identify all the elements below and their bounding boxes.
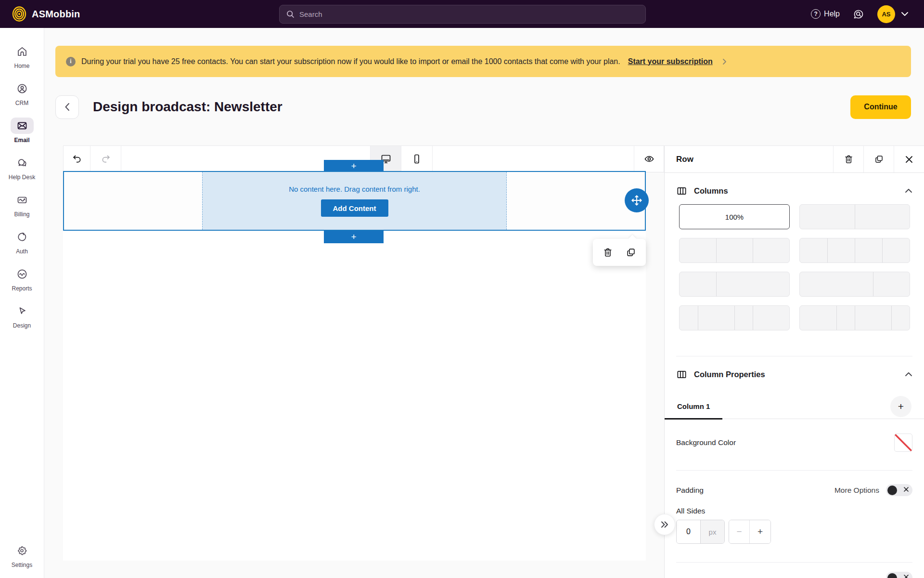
layout-cell	[800, 205, 855, 229]
background-color-label: Background Color	[676, 438, 736, 447]
feedback-chat-icon[interactable]	[852, 8, 865, 20]
empty-column-text: No content here. Drag content from right…	[289, 185, 420, 193]
start-subscription-link[interactable]: Start your subscription	[628, 57, 713, 66]
preview-eye-button[interactable]	[634, 146, 664, 172]
row-column-drop-zone[interactable]: No content here. Drag content from right…	[202, 172, 507, 230]
email-icon	[11, 118, 34, 134]
column-layout-option[interactable]	[679, 238, 790, 263]
sidebar-item-help-desk[interactable]: Help Desk	[0, 155, 44, 181]
undo-button[interactable]	[64, 146, 90, 172]
increment-button[interactable]: +	[750, 520, 770, 543]
sidebar-item-billing[interactable]: Billing	[0, 192, 44, 218]
column-properties-header[interactable]: Column Properties	[665, 367, 924, 381]
toggle-knob	[887, 573, 897, 578]
billing-icon	[13, 192, 32, 208]
column-properties-title: Column Properties	[694, 370, 765, 379]
columns-section-title: Columns	[694, 186, 728, 196]
columns-section-header[interactable]: Columns	[665, 184, 924, 198]
back-button[interactable]	[55, 95, 79, 119]
help-icon: ?	[811, 9, 821, 19]
padding-stepper: 0 px − +	[665, 520, 924, 544]
avatar[interactable]: AS	[877, 5, 895, 23]
account-chevron-down-icon[interactable]	[901, 12, 909, 16]
row-drag-handle[interactable]	[625, 188, 649, 212]
selected-row[interactable]: No content here. Drag content from right…	[63, 171, 646, 231]
add-content-button[interactable]: Add Content	[321, 199, 388, 217]
tab-column-1[interactable]: Column 1	[676, 394, 711, 419]
column-tabs: Column 1 +	[665, 394, 924, 419]
sidebar-item-label: Settings	[12, 562, 32, 568]
sidebar-item-home[interactable]: Home	[0, 43, 44, 69]
redo-button[interactable]	[90, 146, 121, 172]
main-area: i During your trial you have 25 free con…	[44, 28, 924, 578]
sidebar-item-label: Home	[14, 63, 29, 69]
padding-label: Padding	[676, 486, 704, 495]
row-column-right[interactable]	[507, 172, 645, 230]
column-layout-option[interactable]	[679, 305, 790, 330]
column-layout-option[interactable]	[799, 272, 910, 297]
clear-icon	[903, 574, 909, 578]
auth-icon	[13, 229, 32, 245]
layout-option-label: 100%	[725, 213, 744, 221]
delete-row-button[interactable]	[833, 146, 863, 172]
continue-button[interactable]: Continue	[850, 95, 911, 119]
chevron-up-icon[interactable]	[905, 188, 912, 193]
layout-cell	[855, 238, 882, 263]
layout-cell	[800, 306, 836, 330]
close-panel-button[interactable]	[894, 146, 924, 172]
add-row-below-button[interactable]: +	[324, 231, 384, 243]
brand[interactable]: ASMobbin	[12, 6, 80, 22]
layout-cell	[680, 272, 716, 296]
help-desk-icon	[13, 155, 32, 171]
sidebar-item-label: Auth	[16, 248, 28, 255]
sidebar-item-label: CRM	[15, 100, 28, 106]
layout-cell	[800, 238, 827, 263]
column-layout-option[interactable]	[679, 272, 790, 297]
column-layout-option[interactable]	[799, 204, 910, 229]
layout-cell	[827, 238, 855, 263]
column-layout-option-100[interactable]: 100%	[679, 204, 790, 229]
duplicate-row-icon[interactable]	[626, 247, 636, 258]
layout-cell	[873, 272, 910, 296]
mobile-view-button[interactable]	[401, 146, 433, 172]
search-input[interactable]: Search	[279, 5, 646, 24]
search-placeholder: Search	[299, 10, 322, 18]
trial-banner-text: During your trial you have 25 free conta…	[81, 57, 620, 66]
home-icon	[13, 43, 32, 60]
sidebar-item-design[interactable]: Design	[0, 303, 44, 329]
sidebar-item-crm[interactable]: CRM	[0, 80, 44, 106]
duplicate-row-button[interactable]	[863, 146, 894, 172]
layout-cell	[680, 306, 698, 330]
decrement-button[interactable]: −	[729, 520, 750, 543]
layout-cell	[836, 306, 855, 330]
add-column-button[interactable]: +	[890, 396, 911, 417]
trial-banner: i During your trial you have 25 free con…	[55, 46, 911, 77]
search-icon	[286, 10, 295, 18]
sidebar-item-reports[interactable]: Reports	[0, 266, 44, 292]
sidebar: Home CRM Email Help Desk Billing Auth Re…	[0, 28, 44, 578]
partial-toggle[interactable]	[886, 572, 912, 578]
layout-cell	[716, 272, 789, 296]
sidebar-item-auth[interactable]: Auth	[0, 229, 44, 255]
background-color-swatch[interactable]	[894, 434, 912, 452]
chevron-right-icon	[722, 58, 727, 65]
toggle-knob	[887, 486, 897, 495]
help-button[interactable]: ? Help	[811, 9, 840, 19]
sidebar-item-label: Billing	[14, 211, 29, 218]
more-options-toggle[interactable]	[886, 484, 912, 496]
layout-cell	[716, 238, 753, 263]
padding-value-input[interactable]: 0	[677, 520, 700, 543]
sidebar-item-settings[interactable]: Settings	[0, 542, 44, 568]
chevron-up-icon[interactable]	[905, 372, 912, 377]
collapse-panel-button[interactable]	[654, 514, 675, 535]
row-column-left[interactable]	[64, 172, 202, 230]
column-layout-option[interactable]	[799, 305, 910, 330]
email-canvas: + + No content here. Drag content from r…	[63, 172, 646, 561]
column-layout-option[interactable]	[799, 238, 910, 263]
sidebar-item-label: Reports	[12, 285, 32, 292]
column-layout-grid: 100%	[665, 204, 924, 330]
sidebar-item-email[interactable]: Email	[0, 118, 44, 144]
columns-icon	[676, 185, 687, 197]
all-sides-label: All Sides	[665, 507, 924, 515]
delete-row-icon[interactable]	[603, 247, 613, 258]
